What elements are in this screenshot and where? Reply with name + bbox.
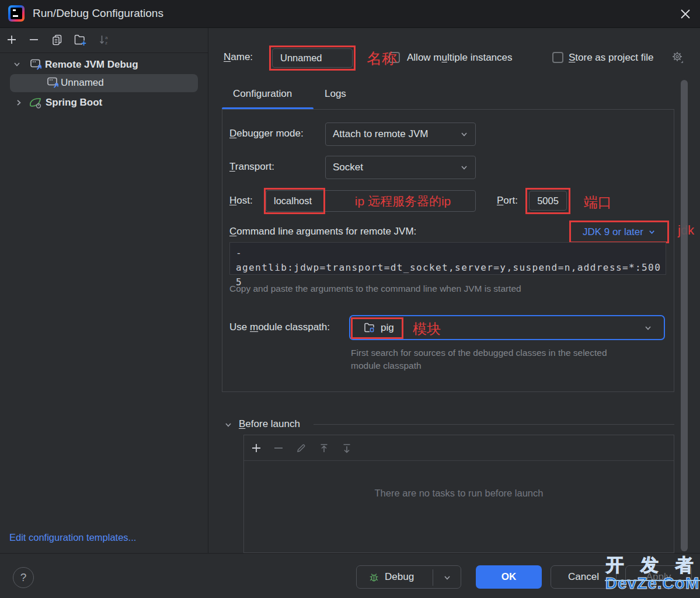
panel-divider <box>208 28 208 553</box>
chevron-down-icon <box>460 163 468 172</box>
vertical-scrollbar[interactable] <box>681 80 688 551</box>
tab-configuration[interactable]: Configuration <box>233 88 292 100</box>
before-launch-move-down-icon[interactable] <box>341 442 353 454</box>
debugger-mode-select[interactable]: Attach to remote JVM <box>325 123 476 146</box>
sort-configurations-icon[interactable]: a z <box>98 33 111 46</box>
title-bar: Run/Debug Configurations <box>0 0 700 28</box>
store-project-file-checkbox[interactable] <box>552 52 563 63</box>
before-launch-rule <box>314 424 674 425</box>
debug-split-divider <box>433 569 433 586</box>
tab-logs[interactable]: Logs <box>325 88 346 100</box>
debug-chevron-down-icon[interactable] <box>443 573 451 582</box>
module-classpath-label: Use module classpath: <box>229 321 330 333</box>
chevron-down-icon <box>648 228 656 236</box>
remove-configuration-icon[interactable] <box>28 34 40 46</box>
port-annotation-text: 端口 <box>584 193 612 212</box>
name-label: Name: <box>224 51 253 63</box>
port-input[interactable]: 5005 <box>529 191 567 211</box>
transport-label: Transport: <box>229 161 274 173</box>
before-launch-chevron-down-icon[interactable] <box>224 421 232 429</box>
tree-item-unnamed-label[interactable]: Unnamed <box>61 77 104 89</box>
host-annotation-text: ip 远程服务器的ip <box>336 193 470 209</box>
footer-separator <box>0 553 700 554</box>
jdk-version-select[interactable]: JDK 9 or later <box>569 221 669 243</box>
module-classpath-select[interactable]: pig <box>349 315 665 340</box>
edit-configuration-templates-link[interactable]: Edit configuration templates... <box>9 532 136 543</box>
module-hint-line2: module classpath <box>351 361 422 371</box>
remote-jvm-debug-icon <box>47 76 60 89</box>
before-launch-move-up-icon[interactable] <box>318 442 330 454</box>
spring-boot-icon <box>29 96 43 110</box>
module-hint-line1: First search for sources of the debugged… <box>351 348 607 358</box>
svg-text:z: z <box>105 40 107 46</box>
bug-icon <box>368 572 379 583</box>
watermark-line <box>605 580 700 581</box>
help-button[interactable]: ? <box>13 567 34 588</box>
svg-text:a: a <box>105 35 108 40</box>
command-line-label: Command line arguments for remote JVM: <box>229 226 416 237</box>
toolbar-separator <box>0 53 208 53</box>
name-input[interactable]: Unnamed <box>272 48 353 68</box>
chevron-down-icon[interactable] <box>13 60 21 68</box>
tree-item-unnamed-selected[interactable] <box>10 74 198 92</box>
allow-multiple-label: Allow multiple instances <box>407 52 513 64</box>
new-folder-icon[interactable] <box>74 33 86 46</box>
before-launch-remove-icon[interactable] <box>273 442 284 454</box>
name-annotation-text: 名称 <box>367 48 397 69</box>
before-launch-empty-text: There are no tasks to run before launch <box>243 488 674 499</box>
before-launch-toolbar-separator <box>244 460 674 461</box>
tree-item-remote-jvm-debug[interactable]: Remote JVM Debug <box>45 59 138 71</box>
chevron-down-icon <box>460 130 468 138</box>
gear-icon[interactable] <box>671 50 685 64</box>
module-icon <box>363 321 376 334</box>
dialog-title: Run/Debug Configurations <box>33 7 163 20</box>
copy-configuration-icon[interactable] <box>51 34 63 46</box>
ok-button[interactable]: OK <box>476 565 542 589</box>
before-launch-edit-icon[interactable] <box>295 442 307 454</box>
transport-select[interactable]: Socket <box>325 156 476 179</box>
tree-item-spring-boot[interactable]: Spring Boot <box>46 97 102 109</box>
command-line-hint: Copy and paste the arguments to the comm… <box>229 284 521 294</box>
module-annotation-text: 模块 <box>413 320 441 338</box>
apply-button[interactable]: Apply <box>625 565 692 589</box>
cancel-button[interactable]: Cancel <box>551 565 617 589</box>
port-label: Port: <box>497 195 518 207</box>
command-line-arguments-field[interactable]: -agentlib:jdwp=transport=dt_socket,serve… <box>229 242 666 275</box>
host-label: Host: <box>229 195 253 207</box>
chevron-right-icon[interactable] <box>15 99 23 107</box>
debugger-mode-label: Debugger mode: <box>229 128 304 139</box>
chevron-down-icon <box>644 324 652 332</box>
run-debug-configurations-dialog: Run/Debug Configurations a z <box>0 0 700 598</box>
before-launch-title: Before launch <box>239 418 300 430</box>
store-project-file-label: Store as project file <box>569 52 654 64</box>
close-icon[interactable] <box>678 7 692 21</box>
remote-jvm-debug-icon <box>30 58 43 71</box>
before-launch-add-icon[interactable] <box>250 442 262 454</box>
intellij-logo-icon <box>8 5 25 22</box>
debug-button[interactable]: Debug <box>356 565 461 589</box>
add-configuration-icon[interactable] <box>6 34 18 46</box>
